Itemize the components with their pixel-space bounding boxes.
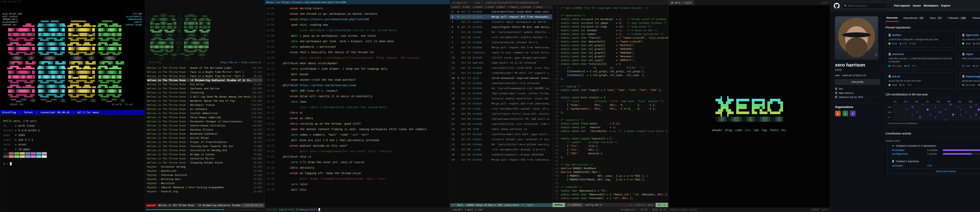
playlist-track[interactable]: Mayhem - Deathcrush [3:34]	[147, 169, 262, 173]
mail-row[interactable]: 2 N Oct 17 GitHub Merge pull request #31…	[450, 14, 552, 19]
show-more-activity-button[interactable]: Show more activity	[892, 169, 980, 174]
mail-row[interactable]: 11 Oct 14 mpd-dev [mpd-devel] v0.21.16 r…	[450, 60, 552, 65]
mail-row[interactable]: 6 Oct 16 crond cron <xero@sect0r> nightl…	[450, 35, 552, 40]
playlist-track[interactable]: Wolves in The Throne Room - Crystal Ammu…	[147, 111, 262, 115]
profile-detail-item[interactable]: https://xero.nz	[835, 92, 880, 95]
profile-detail-item[interactable]: 303	[835, 88, 880, 90]
header-nav-link[interactable]: Issues	[913, 4, 921, 7]
repo-name-link[interactable]: figlet-fonts	[966, 34, 979, 37]
mail-row[interactable]: 30 Oct 05 GitHub Merge pull request #28 …	[450, 157, 552, 162]
repo-stars[interactable]: 169	[973, 42, 980, 45]
profile-avatar[interactable]: ☺	[835, 16, 878, 59]
browser-tab[interactable]: xero ∴ style	[668, 0, 694, 5]
playlist-track[interactable]: Wolves in The Throne Room - Wanderer Abo…	[147, 99, 262, 103]
mail-row[interactable]: 29 Oct 05 GitHub [neomutt/neomutt] relea…	[450, 152, 552, 157]
mail-row[interactable]: 9 Oct 15 lobsters reply to your comment …	[450, 50, 552, 55]
repo-name-link[interactable]: dotfiles	[892, 34, 901, 37]
playlist-track[interactable]: Wolves in The Throne Room - Queen of the…	[147, 66, 262, 70]
playlist-track[interactable]: Wolves in The Throne Room - Vastness and…	[147, 87, 262, 90]
tmux-statusbar[interactable]: ⟨sect0r⟩ 1:mutt 2:vim* xero@sect0r ⡇ 19:…	[450, 207, 668, 212]
profile-tab[interactable]: Followers 138	[947, 16, 967, 22]
playlist-track[interactable]: Wolves in The Throne Room - Initiation a…	[147, 148, 262, 152]
repo-stars[interactable]: 24	[973, 65, 978, 67]
mail-row[interactable]: 3 Oct 17 nixers [nixers] reply: workspac…	[450, 19, 552, 24]
playlist-track[interactable]: Wolves in The Throne Room - Sleeping Gol…	[147, 161, 262, 165]
mail-row[interactable]: 7 Oct 15 GitHub [neovim/neovim] release …	[450, 40, 552, 45]
github-search-box[interactable]: /	[842, 3, 891, 8]
player-progressbar[interactable]: ━━━━━━━━━━━━━━━━━━━━━━━━━━━━━━━━━━━━━━━━…	[145, 207, 264, 212]
mail-row[interactable]: 12 Oct 14 GitHub [xero/dotfiles] issue #…	[450, 65, 552, 71]
repo-forks[interactable]: 102	[909, 42, 916, 45]
repo-name-link[interactable]: styles	[966, 53, 973, 56]
mail-row[interactable]: 4 N Oct 16 GitHub [xero/figlet-fonts] PR…	[450, 24, 552, 30]
playlist-track[interactable]: Wolves in The Throne Room - Turning Ever…	[147, 144, 262, 148]
mail-row[interactable]: 5 Oct 16 GitHub Re: [xero/sourcerer] upd…	[450, 30, 552, 35]
mail-row[interactable]: 15 Oct 12 GitHub [weechat/weechat] v2.6 …	[450, 81, 552, 86]
playlist-track[interactable]: Mayhem - Necrolust [3:37]	[147, 181, 262, 185]
mail-row[interactable]: 23 Oct 08 GitHub [xero/dotfiles] star mi…	[450, 122, 552, 127]
profile-tab[interactable]: Following 16	[972, 16, 980, 22]
profile-detail-item[interactable]: Joined on Jun 22, 2010	[835, 96, 880, 98]
irc-input-bar[interactable]: [14:26] [xero(+i)] [3:#unix(+nt)] █	[265, 207, 450, 212]
repo-stars[interactable]: 1.1k	[899, 42, 907, 45]
mail-row[interactable]: 24 Oct 08 2f30 [dev] sbase patchset v3	[450, 127, 552, 132]
activity-repo-link[interactable]: xero/figlet-fonts	[892, 153, 925, 155]
playlist-track[interactable]: Wolves in The Throne Room - Ahrimanic Tr…	[147, 103, 262, 107]
mail-row[interactable]: 14 N Oct 13 arch [arch-announce] require…	[450, 75, 552, 81]
playlist-track[interactable]: Wolves in The Throne Room - I Will Lay D…	[147, 95, 262, 99]
playlist-track[interactable]: Wolves in The Throne Room - Face in a Ni…	[147, 74, 262, 78]
status-emoji-bubble[interactable]: ☺	[873, 51, 879, 57]
playlist-track[interactable]: Wolves in The Throne Room - (A Shimmerin…	[147, 78, 262, 82]
site-nav-link[interactable]: lab	[750, 128, 758, 132]
shell-prompt[interactable]: λ ~ █	[3, 161, 145, 166]
repo-name-link[interactable]: evil.sh	[892, 75, 900, 78]
site-nav-link[interactable]: irc	[742, 128, 750, 132]
organization-avatar[interactable]: b	[835, 111, 841, 116]
activity-repo-link[interactable]: xero/styles	[892, 164, 925, 167]
playlist-track[interactable]: Wolves in The Throne Room - Cleansing [1…	[147, 90, 262, 95]
repo-forks[interactable]: 9	[912, 65, 916, 67]
search-input[interactable]	[848, 4, 886, 7]
playlist-track[interactable]: Wolves in The Throne Room - Subterranean…	[147, 124, 262, 128]
edit-profile-button[interactable]: Edit profile	[835, 79, 880, 85]
playlist-track[interactable]: Wolves in The Throne Room - Face in a Ni…	[147, 70, 262, 74]
profile-tab[interactable]: Stars 71	[929, 16, 943, 22]
organization-avatar[interactable]: λ	[850, 111, 856, 116]
header-nav-link[interactable]: Explore	[941, 4, 950, 7]
playlist-track[interactable]: Wolves in The Throne Room - Astral Blood…	[147, 136, 262, 140]
playlist-track[interactable]: Mayhem - (Weird) Manheim / Pure Fucking …	[147, 185, 262, 190]
playlist-track[interactable]: Wolves in The Throne Room - Woodland Cat…	[147, 132, 262, 136]
mail-row[interactable]: 8 Oct 15 GitHub Merge pull request #30 f…	[450, 45, 552, 50]
mail-row[interactable]: 25 Oct 07 GitHub [suckless/dwm] wiki edi…	[450, 132, 552, 137]
repo-name-link[interactable]: blaquemagick.vim	[966, 75, 980, 78]
site-nav-link[interactable]: code	[732, 128, 742, 132]
site-nav-link[interactable]: fonts	[767, 128, 778, 132]
site-nav-link[interactable]: etc	[778, 128, 786, 132]
playlist-track[interactable]: Wolves in The Throne Room - Celestite Mi…	[147, 156, 262, 161]
playlist-track[interactable]: Wolves in The Throne Room - Prayer of Tr…	[147, 140, 262, 144]
mail-row[interactable]: 17 Oct 11 GitHub [mpv-player/mpv] issue:…	[450, 91, 552, 96]
mail-row[interactable]: 21 Oct 09 GitHub [xero/figlet-fonts] iss…	[450, 111, 552, 116]
playlist-track[interactable]: Wolves in The Throne Room - Thuja Magus …	[147, 115, 262, 119]
mail-row[interactable]: 28 Oct 06 crond cron <xero@sect0r> backu…	[450, 147, 552, 152]
github-logo-icon[interactable]	[834, 3, 840, 9]
mail-row[interactable]: 20 Oct 10 crond cron <xero@sect0r> pacma…	[450, 106, 552, 111]
site-nav-link[interactable]: tag	[758, 128, 767, 132]
playlist-track[interactable]: Wolves in The Throne Room - Bridge of Le…	[147, 152, 262, 156]
statusbar-url[interactable]: https://xero.style/	[670, 208, 697, 211]
profile-tab[interactable]: Repositories 34	[903, 16, 925, 22]
repo-forks[interactable]: 2	[908, 84, 912, 86]
activity-repo-link[interactable]: xero/dotfiles	[892, 149, 925, 151]
profile-tab[interactable]: Overview	[886, 16, 899, 22]
playlist-track[interactable]: Wolves in The Throne Room - Dia Artio [5…	[147, 82, 262, 87]
playlist-track[interactable]: Mayhem - Silvester Anfang [1:19]	[147, 165, 262, 169]
playlist-track[interactable]: Wolves in The Throne Room - Permanent Ch…	[147, 119, 262, 124]
mail-row[interactable]: 27 Oct 06 GitHub Re: [xero/styles] dark …	[450, 142, 552, 147]
repo-name-link[interactable]: sourcerer	[892, 53, 904, 56]
header-nav-link[interactable]: Marketplace	[924, 4, 938, 7]
repo-stars[interactable]: 88	[904, 65, 910, 67]
playlist-track[interactable]: Mayhem - Witching Hour [1:52]	[147, 177, 262, 181]
mail-row[interactable]: 26 Oct 07 nixers [nixers] thread: your t…	[450, 137, 552, 142]
playlist-track[interactable]: Wolves in The Throne Room - Ex Cathedra …	[147, 107, 262, 111]
mail-row[interactable]: 16 Oct 12 GitHub Re: [xero/blaquemagick.…	[450, 86, 552, 91]
